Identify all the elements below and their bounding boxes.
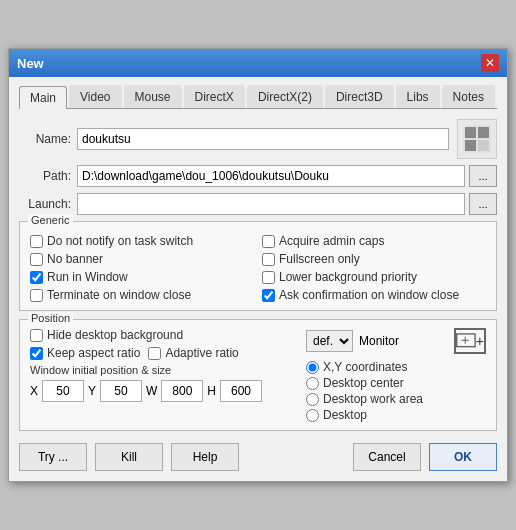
launch-input[interactable] [77, 193, 465, 215]
launch-label: Launch: [19, 197, 71, 211]
radio-xy: X,Y coordinates [306, 360, 486, 374]
checkbox-ask-confirm-input[interactable] [262, 289, 275, 302]
h-input[interactable] [220, 380, 262, 402]
checkbox-fullscreen-only-label[interactable]: Fullscreen only [279, 252, 360, 266]
main-window: New ✕ Main Video Mouse DirectX DirectX(2… [8, 48, 508, 482]
y-input[interactable] [100, 380, 142, 402]
checkbox-keep-aspect-input[interactable] [30, 347, 43, 360]
app-icon [457, 119, 497, 159]
radio-desktop-work-label[interactable]: Desktop work area [323, 392, 423, 406]
svg-rect-1 [465, 127, 476, 138]
checkbox-run-in-window-input[interactable] [30, 271, 43, 284]
pos-fields: X Y W H [30, 380, 296, 402]
tab-video[interactable]: Video [69, 85, 121, 108]
name-label: Name: [19, 132, 71, 146]
radio-desktop-center-label[interactable]: Desktop center [323, 376, 404, 390]
monitor-row: def. Monitor [306, 328, 486, 354]
help-button[interactable]: Help [171, 443, 239, 471]
bottom-buttons: Try ... Kill Help Cancel OK [19, 439, 497, 471]
generic-section: Generic Do not notify on task switch Acq… [19, 221, 497, 311]
radio-desktop-work-input[interactable] [306, 393, 319, 406]
tab-directx[interactable]: DirectX [184, 85, 245, 108]
title-bar: New ✕ [9, 49, 507, 77]
cancel-button[interactable]: Cancel [353, 443, 421, 471]
position-right-col: def. Monitor [306, 328, 486, 422]
monitor-icon [454, 328, 486, 354]
radio-desktop-input[interactable] [306, 409, 319, 422]
radio-xy-input[interactable] [306, 361, 319, 374]
radio-desktop-label[interactable]: Desktop [323, 408, 367, 422]
position-section: Position Hide desktop background Keep as… [19, 319, 497, 431]
launch-browse-button[interactable]: ... [469, 193, 497, 215]
path-label: Path: [19, 169, 71, 183]
checkbox-admin-caps-label[interactable]: Acquire admin caps [279, 234, 384, 248]
radio-xy-label[interactable]: X,Y coordinates [323, 360, 408, 374]
y-label: Y [88, 384, 96, 398]
checkbox-admin-caps: Acquire admin caps [262, 234, 486, 248]
tab-main[interactable]: Main [19, 86, 67, 109]
ok-button[interactable]: OK [429, 443, 497, 471]
checkbox-no-notify: Do not notify on task switch [30, 234, 254, 248]
monitor-select[interactable]: def. [306, 330, 353, 352]
radio-desktop-work: Desktop work area [306, 392, 486, 406]
svg-rect-2 [478, 127, 489, 138]
checkbox-lower-bg-priority-label[interactable]: Lower background priority [279, 270, 417, 284]
checkbox-lower-bg-priority-input[interactable] [262, 271, 275, 284]
radio-desktop: Desktop [306, 408, 486, 422]
h-label: H [207, 384, 216, 398]
checkbox-ask-confirm: Ask confirmation on window close [262, 288, 486, 302]
monitor-label: Monitor [359, 334, 399, 348]
try-button[interactable]: Try ... [19, 443, 87, 471]
checkbox-hide-desktop-input[interactable] [30, 329, 43, 342]
checkbox-no-banner-label[interactable]: No banner [47, 252, 103, 266]
tab-libs[interactable]: Libs [396, 85, 440, 108]
aspect-row: Keep aspect ratio Adaptive ratio [30, 346, 296, 360]
checkbox-terminate-on-close-label[interactable]: Terminate on window close [47, 288, 191, 302]
x-label: X [30, 384, 38, 398]
checkbox-fullscreen-only-input[interactable] [262, 253, 275, 266]
checkbox-admin-caps-input[interactable] [262, 235, 275, 248]
path-browse-button[interactable]: ... [469, 165, 497, 187]
checkbox-lower-bg-priority: Lower background priority [262, 270, 486, 284]
tab-notes[interactable]: Notes [442, 85, 495, 108]
close-button[interactable]: ✕ [481, 54, 499, 72]
position-title: Position [28, 312, 73, 324]
checkbox-terminate-on-close: Terminate on window close [30, 288, 254, 302]
name-row: Name: [19, 119, 497, 159]
checkbox-run-in-window-label[interactable]: Run in Window [47, 270, 128, 284]
tab-mouse[interactable]: Mouse [124, 85, 182, 108]
svg-rect-3 [465, 140, 476, 151]
checkbox-keep-aspect: Keep aspect ratio [30, 346, 140, 360]
position-left-col: Hide desktop background Keep aspect rati… [30, 328, 296, 422]
window-content: Main Video Mouse DirectX DirectX(2) Dire… [9, 77, 507, 481]
position-inner: Hide desktop background Keep aspect rati… [30, 328, 486, 422]
window-title: New [17, 56, 44, 71]
tab-direct3d[interactable]: Direct3D [325, 85, 394, 108]
checkbox-adaptive-ratio-input[interactable] [148, 347, 161, 360]
radio-desktop-center-input[interactable] [306, 377, 319, 390]
name-input[interactable] [77, 128, 449, 150]
checkbox-keep-aspect-label[interactable]: Keep aspect ratio [47, 346, 140, 360]
checkbox-no-banner-input[interactable] [30, 253, 43, 266]
checkbox-no-notify-label[interactable]: Do not notify on task switch [47, 234, 193, 248]
checkbox-adaptive-ratio: Adaptive ratio [148, 346, 238, 360]
checkbox-hide-desktop-label[interactable]: Hide desktop background [47, 328, 183, 342]
window-pos-label: Window initial position & size [30, 364, 296, 376]
tab-bar: Main Video Mouse DirectX DirectX(2) Dire… [19, 85, 497, 109]
radio-group: X,Y coordinates Desktop center Desktop w… [306, 360, 486, 422]
checkbox-adaptive-ratio-label[interactable]: Adaptive ratio [165, 346, 238, 360]
svg-rect-4 [478, 140, 489, 151]
checkbox-terminate-on-close-input[interactable] [30, 289, 43, 302]
path-input[interactable] [77, 165, 465, 187]
x-input[interactable] [42, 380, 84, 402]
checkbox-fullscreen-only: Fullscreen only [262, 252, 486, 266]
kill-button[interactable]: Kill [95, 443, 163, 471]
checkbox-no-banner: No banner [30, 252, 254, 266]
radio-desktop-center: Desktop center [306, 376, 486, 390]
checkbox-no-notify-input[interactable] [30, 235, 43, 248]
generic-checkboxes: Do not notify on task switch Acquire adm… [30, 234, 486, 302]
w-input[interactable] [161, 380, 203, 402]
checkbox-ask-confirm-label[interactable]: Ask confirmation on window close [279, 288, 459, 302]
checkbox-run-in-window: Run in Window [30, 270, 254, 284]
tab-directx2[interactable]: DirectX(2) [247, 85, 323, 108]
